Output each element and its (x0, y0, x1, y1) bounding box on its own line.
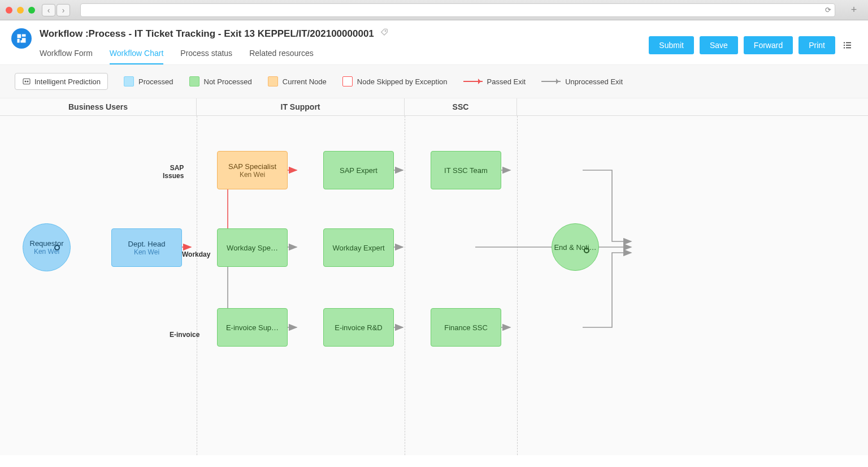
swatch-skipped (342, 76, 353, 87)
edge-label-sap: SAP Issues (163, 164, 184, 180)
list-view-icon[interactable] (841, 38, 854, 52)
edge-label-workday: Workday (182, 250, 210, 258)
intelligent-prediction-button[interactable]: Intelligent Prediction (15, 73, 108, 90)
tab-workflow-form[interactable]: Workflow Form (40, 45, 93, 64)
page-title: Workflow :Process - IT Ticket Tracking -… (40, 28, 374, 40)
node-dept-head[interactable]: Dept. Head Ken Wei (111, 228, 182, 267)
node-sap-expert[interactable]: SAP Expert (323, 151, 394, 189)
close-window-dot[interactable] (6, 7, 12, 14)
end-indicator-icon (584, 248, 589, 253)
svg-point-3 (844, 45, 845, 46)
node-requestor[interactable]: Requestor Ken Wei (23, 223, 71, 271)
node-einvoice-sup[interactable]: E-invoice Sup… (217, 308, 288, 347)
swatch-not-processed (189, 76, 199, 87)
node-label: E-invoice Sup… (226, 323, 279, 332)
node-finance-ssc[interactable]: Finance SSC (431, 308, 501, 347)
svg-point-8 (25, 81, 26, 82)
svg-rect-4 (846, 45, 851, 46)
node-label: Finance SSC (444, 323, 488, 332)
node-label: E-invoice R&D (335, 323, 383, 332)
node-label: Workday Spe… (227, 244, 278, 252)
address-bar[interactable]: ⟳ (80, 3, 835, 17)
forward-button[interactable]: › (57, 4, 70, 16)
legend-not-processed: Not Processed (189, 76, 252, 87)
lane-divider (405, 116, 405, 455)
app-logo (11, 28, 32, 49)
legend-processed: Processed (124, 76, 173, 87)
prediction-label: Intelligent Prediction (34, 77, 101, 86)
svg-point-9 (27, 81, 28, 82)
tag-icon[interactable] (380, 28, 389, 40)
node-label: Workday Expert (332, 244, 384, 252)
legend-current: Current Node (268, 76, 327, 87)
print-button[interactable]: Print (798, 36, 835, 54)
start-indicator-icon (54, 245, 60, 250)
node-sublabel: Ken Wei (240, 171, 265, 179)
tab-related-resources[interactable]: Related resources (249, 45, 314, 64)
node-sublabel: Ken Wei (134, 248, 159, 256)
node-label: End & Noti… (554, 243, 596, 252)
lane-business-users: Business Users (0, 98, 197, 115)
legend-unprocessed-exit: Unprocessed Exit (541, 77, 623, 86)
node-label: Dept. Head (128, 240, 166, 248)
tab-workflow-chart[interactable]: Workflow Chart (110, 45, 163, 64)
save-button[interactable]: Save (700, 36, 738, 54)
app-header: Workflow :Process - IT Ticket Tracking -… (0, 20, 868, 65)
svg-rect-2 (846, 42, 851, 44)
node-end[interactable]: End & Noti… (552, 223, 599, 271)
svg-point-0 (385, 31, 386, 32)
lane-it-support: IT Support (197, 98, 405, 115)
lane-divider (517, 116, 518, 455)
legend-passed-exit: Passed Exit (463, 77, 526, 86)
swatch-processed (124, 76, 134, 87)
lane-spacer (517, 98, 868, 115)
browser-chrome: ‹ › ⟳ + (0, 0, 868, 20)
node-label: SAP Specialist (228, 162, 276, 171)
node-label: IT SSC Team (444, 166, 488, 175)
new-tab-button[interactable]: + (845, 4, 862, 16)
prediction-icon (22, 77, 31, 86)
node-workday-specialist[interactable]: Workday Spe… (217, 228, 288, 267)
header-actions: Submit Save Forward Print (649, 36, 854, 54)
svg-rect-7 (23, 79, 30, 84)
legend-bar: Intelligent Prediction Processed Not Pro… (0, 65, 868, 98)
tab-process-status[interactable]: Process status (180, 45, 232, 64)
node-sap-specialist[interactable]: SAP Specialist Ken Wei (217, 151, 288, 189)
edge-label-einvoice: E-invoice (170, 331, 199, 339)
node-einvoice-rd[interactable]: E-invoice R&D (323, 308, 394, 347)
workflow-chart: SAP Issues Workday E-invoice Requestor K… (0, 116, 868, 455)
maximize-window-dot[interactable] (28, 7, 35, 14)
svg-rect-6 (846, 47, 851, 49)
arrow-unprocessed-icon (541, 81, 561, 82)
submit-button[interactable]: Submit (649, 36, 694, 54)
lane-ssc: SSC (405, 98, 517, 115)
tabs: Workflow Form Workflow Chart Process sta… (40, 45, 649, 64)
swatch-current (268, 76, 278, 87)
refresh-icon[interactable]: ⟳ (825, 6, 831, 14)
lane-divider (197, 116, 197, 455)
svg-point-1 (844, 42, 845, 43)
back-button[interactable]: ‹ (42, 4, 55, 16)
swimlane-header: Business Users IT Support SSC (0, 98, 868, 116)
svg-point-5 (844, 47, 845, 48)
legend-skipped: Node Skipped by Exception (342, 76, 448, 87)
node-it-ssc[interactable]: IT SSC Team (431, 151, 501, 189)
minimize-window-dot[interactable] (17, 7, 24, 14)
arrow-passed-icon (463, 81, 483, 82)
node-workday-expert[interactable]: Workday Expert (323, 228, 394, 267)
forward-button[interactable]: Forward (744, 36, 793, 54)
node-label: SAP Expert (340, 166, 377, 175)
